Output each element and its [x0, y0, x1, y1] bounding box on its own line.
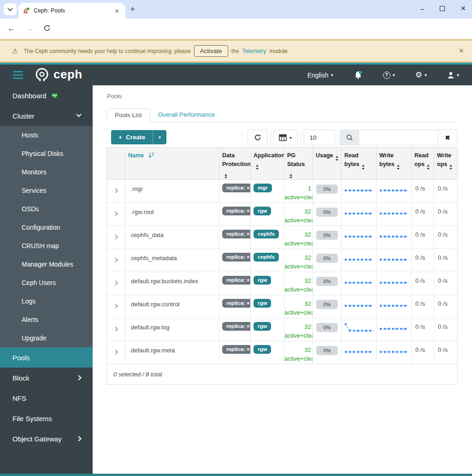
- header-read-bytes[interactable]: Read bytes: [342, 148, 377, 180]
- telemetry-banner: ⚠ The Ceph community needs your help to …: [0, 39, 472, 63]
- sidebar-item-services[interactable]: Services: [0, 181, 93, 200]
- sidebar-item-configuration[interactable]: Configuration: [0, 218, 93, 237]
- table-row[interactable]: default.rgw.logreplica: ×rgw32 active+cl…: [107, 318, 457, 341]
- sidebar-item-dashboard[interactable]: Dashboard: [0, 85, 93, 106]
- table-row[interactable]: default.rgw.buckets.indexreplica: ×rgw32…: [107, 272, 457, 295]
- header-data-protection[interactable]: Data Protection: [219, 148, 251, 180]
- sidebar-item-alerts[interactable]: Alerts: [0, 310, 93, 329]
- sidebar-item-ceph-users[interactable]: Ceph Users: [0, 274, 93, 292]
- sidebar-item-pools[interactable]: Pools: [0, 347, 93, 368]
- sidebar-item-osds[interactable]: OSDs: [0, 200, 93, 218]
- browser-titlebar: Ceph: Pools × + – ×: [0, 0, 472, 18]
- write-ops-value: 0 /s: [434, 226, 457, 249]
- back-icon[interactable]: ←: [7, 24, 15, 33]
- usage-bar: 0%: [316, 277, 338, 286]
- table-row[interactable]: cephfs_datareplica: ×cephfs32 active+cle…: [107, 226, 457, 249]
- sidebar-item-physical-disks[interactable]: Physical Disks: [0, 144, 93, 163]
- refresh-button[interactable]: [248, 130, 268, 145]
- hamburger-menu-icon[interactable]: [13, 71, 23, 79]
- sidebar-item-monitors[interactable]: Monitors: [0, 163, 93, 181]
- header-write-ops[interactable]: Write ops: [434, 148, 457, 180]
- table-row[interactable]: .rgw.rootreplica: ×rgw32 active+clean0%0…: [107, 203, 457, 226]
- sidebar-item-label: Block: [12, 374, 30, 382]
- create-dropdown-toggle[interactable]: ▾: [153, 130, 166, 144]
- sidebar-item-crush-map[interactable]: CRUSH map: [0, 237, 93, 255]
- header-usage[interactable]: Usage: [313, 148, 342, 180]
- header-expand: [107, 148, 125, 180]
- sidebar-item-file-systems[interactable]: File Systems: [0, 408, 93, 428]
- language-dropdown[interactable]: English ▾: [307, 71, 333, 79]
- banner-text-after: module.: [269, 48, 289, 54]
- search-clear-button[interactable]: ✖: [438, 130, 457, 145]
- usage-bar: 0%: [316, 208, 338, 217]
- table-header-row: Name Data Protection Applications PG Sta…: [107, 148, 457, 180]
- forward-icon: →: [26, 24, 34, 33]
- window-maximize-button[interactable]: [440, 6, 445, 11]
- sidebar-item-logs[interactable]: Logs: [0, 292, 93, 310]
- reload-icon[interactable]: [43, 24, 51, 34]
- columns-button[interactable]: ▾: [273, 130, 297, 145]
- gear-icon: ⚙: [415, 71, 422, 79]
- sidebar-item-hosts[interactable]: Hosts: [0, 126, 93, 144]
- usage-bar: 0%: [316, 300, 338, 309]
- sidebar-item-object-gateway[interactable]: Object Gateway: [0, 428, 93, 449]
- application-badge: cephfs: [254, 230, 279, 238]
- header-name[interactable]: Name: [125, 148, 219, 180]
- page-size-input[interactable]: [304, 130, 335, 145]
- row-expand-chevron-icon[interactable]: [113, 212, 118, 216]
- create-button[interactable]: + Create ▾: [111, 130, 166, 144]
- new-tab-button[interactable]: +: [130, 4, 135, 14]
- search-input[interactable]: [359, 130, 438, 145]
- write-ops-value: 0 /s: [434, 249, 457, 272]
- table-row[interactable]: default.rgw.controlreplica: ×rgw32 activ…: [107, 295, 457, 318]
- table-row[interactable]: cephfs_metadatareplica: ×cephfs32 active…: [107, 249, 457, 272]
- header-applications[interactable]: Applications: [251, 148, 284, 180]
- row-expand-chevron-icon[interactable]: [113, 350, 118, 355]
- usage-bar: 0%: [316, 323, 338, 332]
- telemetry-link[interactable]: Telemetry: [242, 48, 266, 54]
- row-expand-chevron-icon[interactable]: [113, 304, 118, 309]
- toolbar-divider: [242, 130, 242, 146]
- tab-overall-performance[interactable]: Overall Performance: [150, 108, 223, 122]
- user-icon: [447, 71, 454, 79]
- sort-icon: [256, 165, 259, 170]
- header-read-ops[interactable]: Read ops: [412, 148, 434, 180]
- table-grid-icon: [279, 134, 287, 141]
- sidebar-item-manager-modules[interactable]: Manager Modules: [0, 255, 93, 274]
- row-expand-chevron-icon[interactable]: [113, 281, 118, 286]
- user-dropdown[interactable]: ▾: [447, 71, 459, 79]
- write-ops-value: 0 /s: [434, 203, 457, 226]
- sidebar-item-upgrade[interactable]: Upgrade: [0, 329, 93, 347]
- sidebar-item-label: Upgrade: [22, 334, 47, 342]
- notifications-button[interactable]: [354, 71, 363, 80]
- row-expand-chevron-icon[interactable]: [113, 258, 118, 262]
- window-minimize-button[interactable]: –: [420, 5, 424, 12]
- tab-search-button[interactable]: [4, 3, 17, 15]
- sort-icon: [397, 165, 400, 170]
- tab-pools-list[interactable]: Pools List: [106, 108, 150, 122]
- settings-dropdown[interactable]: ⚙ ▾: [415, 71, 427, 79]
- header-write-bytes[interactable]: Write bytes: [377, 148, 412, 180]
- header-pg-status[interactable]: PG Status: [284, 148, 313, 180]
- help-dropdown[interactable]: ? ▾: [383, 71, 395, 79]
- row-expand-chevron-icon[interactable]: [113, 235, 118, 239]
- sidebar-item-block[interactable]: Block: [0, 368, 93, 388]
- activate-button[interactable]: Activate: [194, 45, 228, 57]
- write-bytes-sparkline: [377, 341, 412, 364]
- write-bytes-sparkline: [377, 203, 412, 226]
- row-expand-chevron-icon[interactable]: [113, 189, 118, 193]
- sparkline-chart: [379, 229, 408, 243]
- banner-close-icon[interactable]: ×: [459, 46, 464, 56]
- tab-close-icon[interactable]: ×: [113, 7, 121, 15]
- row-expand-chevron-icon[interactable]: [113, 327, 118, 332]
- sidebar-item-nfs[interactable]: NFS: [0, 388, 93, 408]
- window-close-button[interactable]: ×: [460, 4, 466, 13]
- sidebar-item-cluster[interactable]: Cluster: [0, 106, 93, 126]
- sidebar-item-label: CRUSH map: [22, 242, 59, 250]
- browser-tab[interactable]: Ceph: Pools ×: [18, 3, 125, 18]
- table-row[interactable]: default.rgw.metareplica: ×rgw32 active+c…: [107, 341, 457, 364]
- health-heart-icon: [51, 92, 59, 99]
- pg-status: 32 active+clean: [284, 341, 313, 364]
- table-row[interactable]: .mgrreplica: ×mgr1 active+clean0%0 /s0 /…: [107, 180, 457, 203]
- usage-bar: 0%: [316, 184, 338, 194]
